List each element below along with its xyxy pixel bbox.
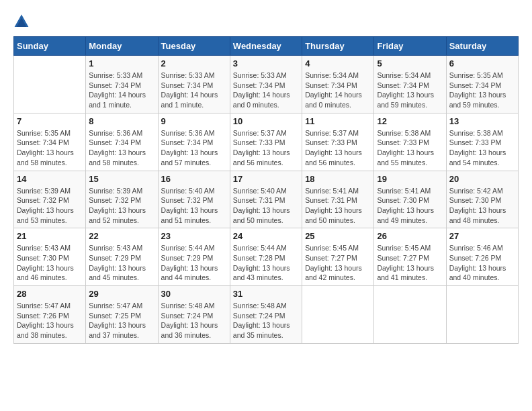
calendar-cell: 25Sunrise: 5:45 AM Sunset: 7:27 PM Dayli… (302, 228, 374, 286)
calendar-cell (374, 286, 446, 344)
cell-info: Sunrise: 5:36 AM Sunset: 7:34 PM Dayligh… (89, 128, 154, 168)
cell-info: Sunrise: 5:38 AM Sunset: 7:33 PM Dayligh… (449, 128, 515, 168)
calendar-cell: 7Sunrise: 5:35 AM Sunset: 7:34 PM Daylig… (14, 113, 86, 171)
cell-info: Sunrise: 5:41 AM Sunset: 7:31 PM Dayligh… (305, 186, 371, 226)
cell-info: Sunrise: 5:45 AM Sunset: 7:27 PM Dayligh… (305, 243, 371, 283)
calendar-cell (14, 56, 86, 113)
day-number: 9 (161, 116, 227, 126)
cell-info: Sunrise: 5:44 AM Sunset: 7:28 PM Dayligh… (233, 243, 299, 283)
day-number: 8 (89, 116, 154, 126)
col-header-tuesday: Tuesday (158, 37, 230, 56)
calendar-cell: 11Sunrise: 5:37 AM Sunset: 7:33 PM Dayli… (302, 113, 374, 171)
calendar-cell: 13Sunrise: 5:38 AM Sunset: 7:33 PM Dayli… (446, 113, 518, 171)
cell-info: Sunrise: 5:48 AM Sunset: 7:24 PM Dayligh… (161, 301, 227, 340)
day-number: 27 (449, 231, 515, 241)
calendar-cell: 20Sunrise: 5:42 AM Sunset: 7:30 PM Dayli… (446, 171, 518, 228)
calendar-cell: 29Sunrise: 5:47 AM Sunset: 7:25 PM Dayli… (86, 286, 158, 344)
cell-info: Sunrise: 5:39 AM Sunset: 7:32 PM Dayligh… (89, 186, 154, 226)
day-number: 4 (305, 58, 371, 68)
calendar-cell: 24Sunrise: 5:44 AM Sunset: 7:28 PM Dayli… (230, 228, 302, 286)
calendar-cell: 26Sunrise: 5:45 AM Sunset: 7:27 PM Dayli… (374, 228, 446, 286)
calendar-cell: 21Sunrise: 5:43 AM Sunset: 7:30 PM Dayli… (14, 228, 86, 286)
calendar-cell (302, 286, 374, 344)
calendar-cell: 8Sunrise: 5:36 AM Sunset: 7:34 PM Daylig… (86, 113, 158, 171)
day-number: 29 (89, 289, 154, 299)
day-number: 22 (89, 231, 154, 241)
cell-info: Sunrise: 5:40 AM Sunset: 7:31 PM Dayligh… (233, 186, 299, 226)
calendar-cell: 18Sunrise: 5:41 AM Sunset: 7:31 PM Dayli… (302, 171, 374, 228)
calendar-cell: 28Sunrise: 5:47 AM Sunset: 7:26 PM Dayli… (14, 286, 86, 344)
calendar-cell: 17Sunrise: 5:40 AM Sunset: 7:31 PM Dayli… (230, 171, 302, 228)
day-number: 7 (17, 116, 83, 126)
week-row-4: 21Sunrise: 5:43 AM Sunset: 7:30 PM Dayli… (14, 228, 519, 286)
day-number: 17 (233, 174, 299, 184)
cell-info: Sunrise: 5:35 AM Sunset: 7:34 PM Dayligh… (449, 71, 515, 110)
day-number: 30 (161, 289, 227, 299)
day-number: 11 (305, 116, 371, 126)
calendar-cell: 31Sunrise: 5:48 AM Sunset: 7:24 PM Dayli… (230, 286, 302, 344)
day-number: 6 (449, 58, 515, 68)
header (13, 13, 519, 30)
day-number: 28 (17, 289, 83, 299)
col-header-monday: Monday (86, 37, 158, 56)
day-number: 16 (161, 174, 227, 184)
calendar-cell: 1Sunrise: 5:33 AM Sunset: 7:34 PM Daylig… (86, 56, 158, 113)
week-row-5: 28Sunrise: 5:47 AM Sunset: 7:26 PM Dayli… (14, 286, 519, 344)
calendar-cell: 3Sunrise: 5:33 AM Sunset: 7:34 PM Daylig… (230, 56, 302, 113)
day-number: 3 (233, 58, 299, 68)
day-number: 25 (305, 231, 371, 241)
col-header-saturday: Saturday (446, 37, 518, 56)
calendar-cell: 10Sunrise: 5:37 AM Sunset: 7:33 PM Dayli… (230, 113, 302, 171)
calendar-cell: 22Sunrise: 5:43 AM Sunset: 7:29 PM Dayli… (86, 228, 158, 286)
cell-info: Sunrise: 5:37 AM Sunset: 7:33 PM Dayligh… (233, 128, 299, 168)
day-number: 2 (161, 58, 227, 68)
calendar-cell (446, 286, 518, 344)
cell-info: Sunrise: 5:48 AM Sunset: 7:24 PM Dayligh… (233, 301, 299, 340)
calendar-cell: 4Sunrise: 5:34 AM Sunset: 7:34 PM Daylig… (302, 56, 374, 113)
day-number: 19 (377, 174, 443, 184)
cell-info: Sunrise: 5:37 AM Sunset: 7:33 PM Dayligh… (305, 128, 371, 168)
day-number: 26 (377, 231, 443, 241)
cell-info: Sunrise: 5:35 AM Sunset: 7:34 PM Dayligh… (17, 128, 83, 168)
day-number: 23 (161, 231, 227, 241)
cell-info: Sunrise: 5:44 AM Sunset: 7:29 PM Dayligh… (161, 243, 227, 283)
week-row-2: 7Sunrise: 5:35 AM Sunset: 7:34 PM Daylig… (14, 113, 519, 171)
calendar-cell: 19Sunrise: 5:41 AM Sunset: 7:30 PM Dayli… (374, 171, 446, 228)
calendar-header-row: SundayMondayTuesdayWednesdayThursdayFrid… (14, 37, 519, 56)
calendar-cell: 5Sunrise: 5:34 AM Sunset: 7:34 PM Daylig… (374, 56, 446, 113)
calendar-cell: 6Sunrise: 5:35 AM Sunset: 7:34 PM Daylig… (446, 56, 518, 113)
col-header-sunday: Sunday (14, 37, 86, 56)
cell-info: Sunrise: 5:34 AM Sunset: 7:34 PM Dayligh… (377, 71, 443, 110)
calendar-cell: 23Sunrise: 5:44 AM Sunset: 7:29 PM Dayli… (158, 228, 230, 286)
logo (13, 13, 32, 30)
calendar-table: SundayMondayTuesdayWednesdayThursdayFrid… (13, 36, 519, 344)
cell-info: Sunrise: 5:33 AM Sunset: 7:34 PM Dayligh… (161, 71, 227, 110)
day-number: 15 (89, 174, 154, 184)
cell-info: Sunrise: 5:33 AM Sunset: 7:34 PM Dayligh… (233, 71, 299, 110)
cell-info: Sunrise: 5:47 AM Sunset: 7:26 PM Dayligh… (17, 301, 83, 340)
day-number: 13 (449, 116, 515, 126)
week-row-1: 1Sunrise: 5:33 AM Sunset: 7:34 PM Daylig… (14, 56, 519, 113)
calendar-cell: 9Sunrise: 5:36 AM Sunset: 7:34 PM Daylig… (158, 113, 230, 171)
cell-info: Sunrise: 5:47 AM Sunset: 7:25 PM Dayligh… (89, 301, 154, 340)
day-number: 31 (233, 289, 299, 299)
day-number: 18 (305, 174, 371, 184)
day-number: 1 (89, 58, 154, 68)
calendar-cell: 2Sunrise: 5:33 AM Sunset: 7:34 PM Daylig… (158, 56, 230, 113)
cell-info: Sunrise: 5:42 AM Sunset: 7:30 PM Dayligh… (449, 186, 515, 226)
logo-icon (13, 13, 30, 30)
day-number: 24 (233, 231, 299, 241)
cell-info: Sunrise: 5:46 AM Sunset: 7:26 PM Dayligh… (449, 243, 515, 283)
day-number: 5 (377, 58, 443, 68)
day-number: 21 (17, 231, 83, 241)
col-header-friday: Friday (374, 37, 446, 56)
calendar-cell: 27Sunrise: 5:46 AM Sunset: 7:26 PM Dayli… (446, 228, 518, 286)
cell-info: Sunrise: 5:34 AM Sunset: 7:34 PM Dayligh… (305, 71, 371, 110)
calendar-cell: 30Sunrise: 5:48 AM Sunset: 7:24 PM Dayli… (158, 286, 230, 344)
cell-info: Sunrise: 5:41 AM Sunset: 7:30 PM Dayligh… (377, 186, 443, 226)
cell-info: Sunrise: 5:33 AM Sunset: 7:34 PM Dayligh… (89, 71, 154, 110)
cell-info: Sunrise: 5:43 AM Sunset: 7:30 PM Dayligh… (17, 243, 83, 283)
day-number: 20 (449, 174, 515, 184)
col-header-wednesday: Wednesday (230, 37, 302, 56)
day-number: 10 (233, 116, 299, 126)
